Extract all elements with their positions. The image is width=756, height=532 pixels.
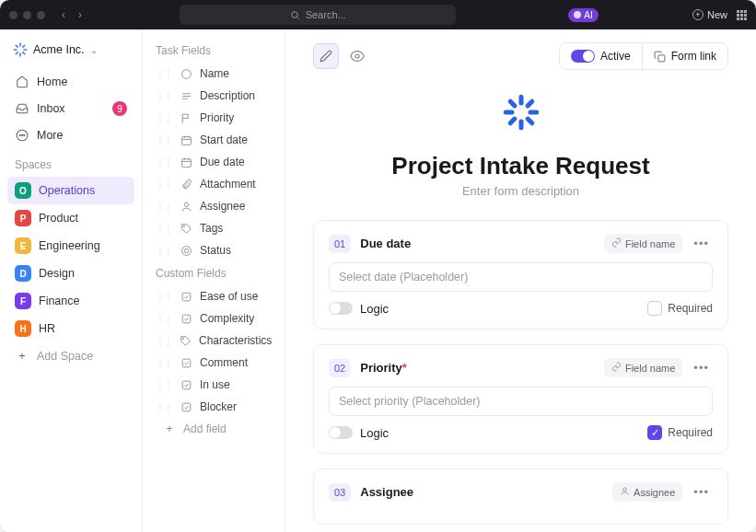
space-item[interactable]: DDesign	[7, 260, 134, 287]
add-space-button[interactable]: + Add Space	[7, 344, 134, 368]
nav-home[interactable]: Home	[7, 70, 134, 94]
titlebar: ‹ › Search... AI + New	[0, 0, 756, 29]
field-menu-button[interactable]: •••	[690, 483, 713, 501]
form-description[interactable]: Enter form description	[313, 184, 728, 198]
drag-handle-icon[interactable]: ⋮⋮	[156, 135, 172, 145]
field-title[interactable]: Assignee	[360, 485, 413, 499]
pill-icon	[611, 237, 622, 249]
form-field-card[interactable]: 01 Due date Field name ••• Select date (…	[313, 220, 728, 330]
drag-handle-icon[interactable]: ⋮⋮	[156, 336, 172, 346]
edit-mode-button[interactable]	[313, 43, 339, 69]
required-label: Required	[668, 302, 713, 315]
field-label: Priority	[200, 111, 234, 124]
text-icon	[180, 68, 192, 80]
check-icon	[180, 357, 192, 369]
logic-toggle[interactable]	[329, 302, 353, 315]
flag-icon	[180, 112, 192, 124]
plus-icon: +	[163, 422, 176, 435]
field-title[interactable]: Priority*	[360, 361, 407, 375]
form-title[interactable]: Project Intake Request	[313, 152, 728, 180]
field-item[interactable]: ⋮⋮Comment	[146, 352, 281, 374]
space-item[interactable]: OOperations	[7, 177, 134, 204]
logic-toggle[interactable]	[329, 426, 353, 439]
drag-handle-icon[interactable]: ⋮⋮	[156, 402, 172, 412]
field-item[interactable]: ⋮⋮Attachment	[146, 173, 281, 195]
field-menu-button[interactable]: •••	[690, 235, 713, 252]
field-item[interactable]: ⋮⋮Blocker	[146, 396, 281, 418]
field-item[interactable]: ⋮⋮Priority	[146, 107, 281, 129]
apps-icon[interactable]	[737, 10, 747, 20]
drag-handle-icon[interactable]: ⋮⋮	[156, 246, 172, 256]
svg-point-11	[19, 134, 20, 135]
drag-handle-icon[interactable]: ⋮⋮	[156, 157, 172, 168]
check-icon	[180, 379, 192, 391]
new-button[interactable]: + New	[692, 9, 727, 20]
space-label: Finance	[39, 295, 79, 307]
field-placeholder-input[interactable]: Select date (Placeholder)	[329, 262, 713, 292]
space-item[interactable]: PProduct	[7, 204, 134, 232]
toggle-on-icon	[571, 50, 595, 63]
svg-line-40	[510, 101, 515, 106]
drag-handle-icon[interactable]: ⋮⋮	[156, 314, 172, 324]
drag-handle-icon[interactable]: ⋮⋮	[156, 292, 172, 302]
field-label: Ease of use	[200, 290, 258, 303]
field-item[interactable]: ⋮⋮Description	[146, 85, 281, 107]
search-input[interactable]: Search...	[180, 5, 456, 25]
preview-button[interactable]	[344, 43, 370, 69]
workspace-selector[interactable]: Acme Inc. ⌄	[7, 39, 134, 61]
drag-handle-icon[interactable]: ⋮⋮	[156, 69, 172, 79]
field-item[interactable]: ⋮⋮Characteristics	[146, 330, 281, 352]
drag-handle-icon[interactable]: ⋮⋮	[156, 358, 172, 368]
chevron-down-icon: ⌄	[90, 45, 98, 55]
nav-forward[interactable]: ›	[75, 8, 86, 21]
workspace-logo-icon	[13, 42, 28, 57]
ai-button[interactable]: AI	[568, 8, 598, 22]
space-item[interactable]: HHR	[7, 315, 134, 342]
field-menu-button[interactable]: •••	[690, 359, 713, 376]
space-item[interactable]: EEngineering	[7, 232, 134, 260]
field-mapping-pill[interactable]: Assignee	[612, 482, 682, 502]
field-item[interactable]: ⋮⋮Name	[146, 63, 281, 85]
field-number: 01	[329, 235, 351, 253]
field-title[interactable]: Due date	[360, 237, 411, 250]
field-item[interactable]: ⋮⋮Complexity	[146, 307, 281, 330]
form-field-card[interactable]: 02 Priority* Field name ••• Select prior…	[313, 344, 728, 454]
check-icon	[180, 291, 192, 303]
required-checkbox[interactable]	[647, 301, 662, 316]
svg-rect-31	[182, 315, 191, 323]
drag-handle-icon[interactable]: ⋮⋮	[156, 224, 172, 234]
svg-point-0	[291, 11, 297, 17]
space-icon: O	[15, 182, 31, 199]
field-mapping-pill[interactable]: Field name	[604, 358, 682, 377]
check-icon	[180, 401, 192, 413]
nav-inbox[interactable]: Inbox 9	[7, 96, 134, 121]
pencil-icon	[320, 50, 332, 63]
svg-rect-30	[182, 293, 191, 301]
drag-handle-icon[interactable]: ⋮⋮	[156, 179, 172, 190]
field-item[interactable]: ⋮⋮Assignee	[146, 195, 281, 217]
svg-rect-18	[181, 136, 191, 145]
field-item[interactable]: ⋮⋮In use	[146, 374, 281, 396]
drag-handle-icon[interactable]: ⋮⋮	[156, 113, 172, 123]
field-item[interactable]: ⋮⋮Ease of use	[146, 285, 281, 307]
lines-icon	[180, 90, 192, 102]
required-checkbox[interactable]: ✓	[647, 425, 662, 440]
field-item[interactable]: ⋮⋮Tags	[146, 217, 281, 239]
add-field-button[interactable]: + Add field	[146, 418, 281, 440]
drag-handle-icon[interactable]: ⋮⋮	[156, 202, 172, 212]
form-field-card[interactable]: 03 Assignee Assignee •••	[313, 468, 728, 525]
window-controls[interactable]	[9, 11, 45, 19]
nav-back[interactable]: ‹	[58, 8, 69, 21]
field-mapping-pill[interactable]: Field name	[604, 234, 682, 253]
drag-handle-icon[interactable]: ⋮⋮	[156, 91, 172, 101]
field-item[interactable]: ⋮⋮Status	[146, 239, 281, 261]
drag-handle-icon[interactable]: ⋮⋮	[156, 380, 172, 390]
active-toggle[interactable]: Active	[560, 43, 643, 69]
form-link-button[interactable]: Form link	[643, 43, 727, 69]
field-number: 02	[329, 359, 351, 377]
field-item[interactable]: ⋮⋮Start date	[146, 129, 281, 151]
field-placeholder-input[interactable]: Select priority (Placeholder)	[329, 387, 713, 416]
space-item[interactable]: FFinance	[7, 287, 134, 315]
field-item[interactable]: ⋮⋮Due date	[146, 151, 281, 173]
nav-more[interactable]: More	[7, 123, 134, 147]
